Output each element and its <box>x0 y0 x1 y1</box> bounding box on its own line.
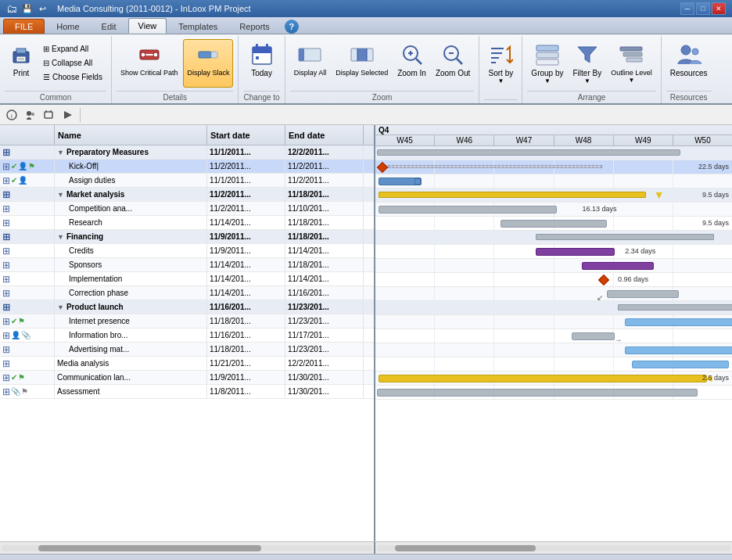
choose-fields-button[interactable]: ☰ Choose Fields <box>39 70 106 84</box>
row-name: Media analysis <box>55 357 207 370</box>
toolbar-btn-2[interactable] <box>22 106 39 124</box>
toolbar-btn-3[interactable] <box>41 106 58 124</box>
table-row[interactable]: ⊞ ✔ 👤 Assign duties 11/1/2011... 11/2/20… <box>0 174 374 188</box>
chart-row <box>375 386 732 400</box>
filter-by-button[interactable]: Filter By ▼ <box>569 39 606 88</box>
clip-icon: 📎 <box>21 331 30 339</box>
expand-icon[interactable]: ▼ <box>57 191 64 199</box>
table-row[interactable]: ⊞ Media analysis 11/21/201... 12/2/2011.… <box>0 357 374 371</box>
svg-marker-50 <box>64 111 72 119</box>
print-button[interactable]: Print <box>5 39 38 88</box>
chart-scrollbar[interactable] <box>375 542 732 554</box>
table-row[interactable]: ⊞ Correction phase 11/14/201... 11/16/20… <box>0 286 374 300</box>
gantt-chart: Q4 W45 W46 W47 W48 W49 W50 .gcr { height… <box>375 125 732 541</box>
chart-row: ↙ <box>375 287 732 301</box>
close-button[interactable]: ✕ <box>712 2 726 15</box>
expand-icon[interactable]: ▼ <box>57 303 64 311</box>
tab-view[interactable]: View <box>128 18 167 34</box>
row-icons: ⊞ <box>0 286 55 300</box>
display-all-icon <box>297 42 322 67</box>
table-row[interactable]: ⊞ ▼ Preparatory Measures 11/1/2011... 12… <box>0 145 374 160</box>
week-w48: W48 <box>554 135 614 145</box>
tab-home[interactable]: Home <box>46 19 89 34</box>
group-by-button[interactable]: Group by ▼ <box>527 39 567 88</box>
details-content: Show Critical Path Display Slack <box>117 39 234 89</box>
zoom-in-button[interactable]: Zoom In <box>393 39 430 88</box>
zoom-out-button[interactable]: Zoom Out <box>432 39 474 88</box>
collapse-all-button[interactable]: ⊟ Collapse All <box>39 56 106 70</box>
ribbon-group-resources: Resources Resources <box>662 36 716 103</box>
tab-templates[interactable]: Templates <box>168 19 228 34</box>
table-scrollbar[interactable] <box>0 542 375 554</box>
table-row[interactable]: ⊞ ▼ Market analysis 11/2/2011... 11/18/2… <box>0 188 374 202</box>
table-row[interactable]: ⊞ Advertising mat... 11/18/201... 11/23/… <box>0 343 374 357</box>
table-row[interactable]: ⊞ ✔ ⚑ Communication lan... 11/9/2011... … <box>0 371 374 385</box>
table-row[interactable]: ⊞ Implementation 11/14/201... 11/14/201.… <box>0 272 374 286</box>
row-end: 11/17/201... <box>285 328 364 342</box>
week-w50: W50 <box>673 135 732 145</box>
table-row[interactable]: ⊞ Research 11/14/201... 11/18/201... <box>0 216 374 230</box>
svg-rect-47 <box>45 112 52 118</box>
toolbar-btn-1[interactable]: i <box>3 106 20 124</box>
sort-by-button[interactable]: Sort by ▼ <box>484 39 517 88</box>
display-selected-button[interactable]: Display Selected <box>332 39 392 88</box>
svg-rect-20 <box>357 48 367 61</box>
resources-icon <box>676 42 702 67</box>
table-row[interactable]: ⊞ ▼ Product launch 11/16/201... 11/23/20… <box>0 300 374 314</box>
row-end: 12/2/2011... <box>285 145 364 159</box>
row-name: Internet presence <box>55 314 207 328</box>
table-row[interactable]: ⊞ ✔ ⚑ Internet presence 11/18/201... 11/… <box>0 314 374 328</box>
grid-icon: ⊞ <box>2 260 10 271</box>
quick-access-save[interactable]: 💾 <box>22 4 33 14</box>
table-row[interactable]: ⊞ 👤 📎 Information bro... 11/16/201... 11… <box>0 328 374 343</box>
person-icon: 👤 <box>11 331 20 339</box>
table-row[interactable]: ⊞ Sponsors 11/14/201... 11/18/201... <box>0 258 374 272</box>
display-slack-button[interactable]: Display Slack <box>183 39 233 88</box>
week-w47: W47 <box>494 135 554 145</box>
outline-level-button[interactable]: Outline Level ▼ <box>607 39 656 88</box>
chart-row: ◄ 2.5 days <box>375 372 732 386</box>
today-button[interactable]: Today <box>246 39 278 88</box>
row-end: 11/30/201... <box>285 371 364 384</box>
minimize-button[interactable]: ─ <box>680 2 694 15</box>
svg-point-45 <box>27 111 31 116</box>
help-button[interactable]: ? <box>285 20 299 34</box>
show-critical-path-button[interactable]: Show Critical Path <box>117 39 182 88</box>
chart-row <box>375 146 732 160</box>
row-name: Competition ana... <box>55 202 207 215</box>
resources-button[interactable]: Resources <box>666 39 712 88</box>
table-row[interactable]: ⊞ Competition ana... 11/2/2011... 11/10/… <box>0 202 374 216</box>
row-icons: ⊞ <box>0 202 55 215</box>
row-start: 11/9/2011... <box>207 230 285 243</box>
table-row[interactable]: ⊞ 📎 ⚑ Assessment 11/8/2011... 11/30/201.… <box>0 385 374 399</box>
tab-edit[interactable]: Edit <box>92 19 127 34</box>
toolbar-btn-4[interactable] <box>59 106 77 124</box>
maximize-button[interactable]: □ <box>696 2 710 15</box>
tab-reports[interactable]: Reports <box>229 19 280 34</box>
display-all-button[interactable]: Display All <box>290 39 331 88</box>
row-start: 11/8/2011... <box>207 385 285 398</box>
row-name: ▼ Market analysis <box>55 188 207 201</box>
expand-all-button[interactable]: ⊞ Expand All <box>39 42 106 56</box>
header-icons <box>0 125 55 145</box>
expand-icon[interactable]: ▼ <box>57 149 64 156</box>
svg-rect-10 <box>211 52 217 58</box>
table-row[interactable]: ⊞ ▼ Financing 11/9/2011... 11/18/201... <box>0 230 374 244</box>
tab-file[interactable]: FILE <box>3 19 45 34</box>
status-bar <box>0 554 732 560</box>
sort-label <box>484 99 517 102</box>
grid-icon: ⊞ <box>2 217 10 228</box>
row-name: Kick-Off| <box>55 160 207 173</box>
row-end: 12/2/2011... <box>285 357 364 370</box>
row-icons: ⊞ <box>0 272 55 285</box>
chart-row: ▼ 9.5 days <box>375 188 732 203</box>
quick-access-undo[interactable]: ↩ <box>39 4 46 14</box>
svg-rect-15 <box>266 44 268 49</box>
ribbon: Print ⊞ Expand All ⊟ Collapse All ☰ Choo… <box>0 34 732 105</box>
check-icon: ✔ <box>11 162 17 171</box>
expand-icon[interactable]: ▼ <box>57 233 64 241</box>
toolbar-separator <box>80 108 81 122</box>
title-text: Media Consulting (2011-0012) - InLoox PM… <box>57 4 251 13</box>
table-row[interactable]: ⊞ Credits 11/9/2011... 11/14/201... <box>0 244 374 258</box>
table-row[interactable]: ⊞ ✔ 👤 ⚑ Kick-Off| 11/2/2011... 11/2/2011… <box>0 160 374 174</box>
